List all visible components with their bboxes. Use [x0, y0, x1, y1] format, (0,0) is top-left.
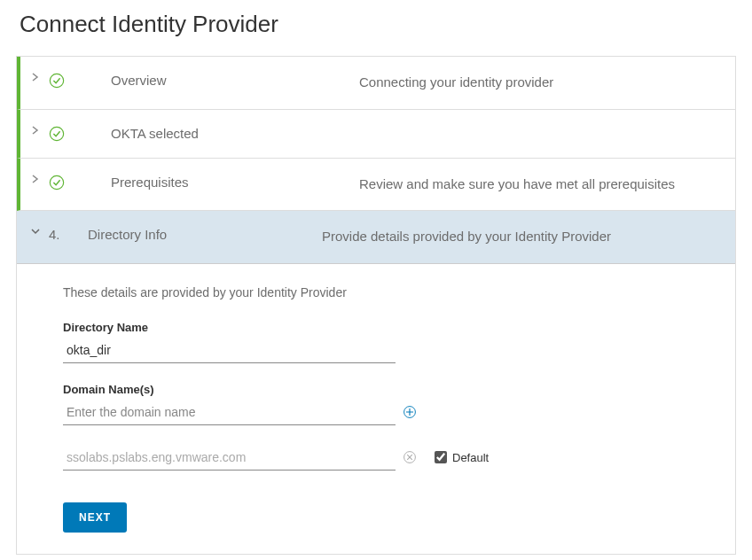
step-label: Overview [111, 73, 359, 88]
add-domain-button[interactable] [403, 405, 417, 419]
step-label: OKTA selected [111, 126, 359, 141]
step-label: Prerequisites [111, 175, 359, 190]
next-button[interactable]: NEXT [63, 502, 127, 533]
check-circle-icon [49, 126, 74, 142]
chevron-down-icon [31, 227, 49, 236]
existing-domain-input [63, 445, 396, 471]
step-row-prerequisites[interactable]: Prerequisites Review and make sure you h… [17, 159, 735, 212]
step-desc: Provide details provided by your Identit… [322, 227, 721, 247]
directory-name-input[interactable] [63, 338, 396, 363]
domain-names-label: Domain Name(s) [63, 383, 717, 396]
svg-point-0 [50, 74, 63, 87]
chevron-right-icon [31, 73, 49, 82]
chevron-right-icon [31, 175, 49, 183]
step-desc: Connecting your identity provider [359, 73, 721, 93]
step-row-directory-info[interactable]: 4. Directory Info Provide details provid… [17, 211, 735, 264]
chevron-right-icon [31, 126, 49, 135]
step-number: 4. [49, 227, 88, 242]
svg-point-1 [50, 127, 63, 140]
steps-panel: Overview Connecting your identity provid… [16, 56, 736, 555]
check-circle-icon [49, 73, 74, 89]
default-checkbox[interactable] [435, 451, 447, 463]
default-label: Default [452, 451, 489, 464]
step-row-okta[interactable]: OKTA selected [17, 110, 735, 159]
page-title: Connect Identity Provider [20, 11, 736, 38]
remove-domain-button[interactable] [403, 450, 417, 464]
step-row-overview[interactable]: Overview Connecting your identity provid… [17, 57, 735, 110]
directory-info-form: These details are provided by your Ident… [17, 264, 735, 554]
form-intro: These details are provided by your Ident… [63, 285, 717, 299]
domain-name-input[interactable] [63, 400, 396, 425]
svg-point-2 [50, 175, 63, 189]
check-circle-icon [49, 175, 74, 191]
step-desc: Review and make sure you have met all pr… [359, 175, 721, 195]
step-label: Directory Info [88, 227, 322, 242]
directory-name-label: Directory Name [63, 321, 717, 334]
